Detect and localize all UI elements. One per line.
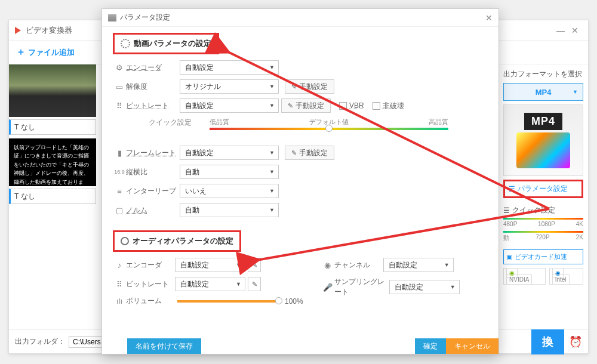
sampling-select[interactable]: 自動設定 bbox=[389, 280, 460, 294]
aspect-label: 縦横比 bbox=[126, 167, 180, 177]
bitrate-select[interactable]: 自動設定 bbox=[180, 98, 279, 113]
gpu-list: ◉ NVIDIA ◉ Intel bbox=[503, 268, 583, 285]
audio-encoder-edit[interactable]: ✎ bbox=[248, 258, 261, 272]
row-norm: ▢ ノルム 自動 bbox=[113, 203, 488, 217]
parameter-dialog: パラメータ設定 ✕ 動画パラメータの設定 ⚙ エンコーダ 自動設定 ▭ 解像度 … bbox=[101, 8, 499, 354]
quick-quality-slider-2[interactable] bbox=[503, 231, 583, 233]
quality-slider[interactable] bbox=[210, 128, 448, 130]
ok-button[interactable]: 確定 bbox=[415, 338, 446, 354]
output-folder-label: 出力フォルダ： bbox=[15, 337, 65, 347]
sliders-icon: ☰ bbox=[503, 206, 510, 215]
left-panel: Tなし 以前アップロードした「英雄の証」につきまして音源のご指摘をいただいたので… bbox=[9, 64, 96, 329]
vbr-checkbox[interactable] bbox=[339, 102, 347, 110]
quick-res-labels: 480P1080P4K bbox=[503, 221, 583, 227]
row-sampling: 🎤 サンプリングレート 自動設定 bbox=[321, 277, 488, 297]
framerate-select[interactable]: 自動設定 bbox=[180, 146, 279, 160]
app-logo-icon bbox=[15, 27, 21, 34]
alarm-icon[interactable]: ⏰ bbox=[569, 335, 582, 348]
output-format-label: 出力フォーマットを選択 bbox=[503, 69, 583, 79]
quick-quality-slider[interactable] bbox=[503, 218, 583, 220]
right-panel: 出力フォーマットを選択 MP4 MP4 ☰ パラメータ設定 ☰ クイック設定 4… bbox=[498, 64, 588, 289]
volume-slider[interactable] bbox=[177, 300, 279, 303]
convert-button[interactable]: 換 bbox=[531, 329, 564, 354]
format-dropdown[interactable]: MP4 bbox=[503, 83, 583, 101]
pencil-icon: ✎ bbox=[291, 83, 297, 91]
row-channel: ◉ チャンネル 自動設定 bbox=[321, 258, 488, 272]
interleave-select[interactable]: いいえ bbox=[180, 184, 279, 198]
save-as-button[interactable]: 名前を付けて保存 bbox=[127, 338, 201, 354]
row-resolution: ▭ 解像度 オリジナル ✎手動設定 bbox=[113, 79, 488, 94]
norm-select[interactable]: 自動 bbox=[180, 203, 279, 217]
audio-bitrate-edit[interactable]: ✎ bbox=[248, 277, 261, 291]
dialog-footer: 名前を付けて保存 確定 キャンセル bbox=[102, 338, 498, 354]
parameter-settings-button[interactable]: ☰ パラメータ設定 bbox=[503, 180, 583, 198]
pencil-icon: ✎ bbox=[288, 102, 293, 110]
bitrate-manual-button[interactable]: ✎手動設定 bbox=[281, 98, 331, 113]
video-section-header: 動画パラメータの設定 bbox=[113, 33, 219, 54]
video-description: 以前アップロードした「英雄の証」につきまして音源のご指摘をいただいたので「キと千… bbox=[9, 138, 96, 186]
add-file-button[interactable]: ファイル追加 bbox=[28, 47, 75, 58]
aspect-select[interactable]: 自動 bbox=[180, 165, 279, 179]
sampling-label: サンプリングレート bbox=[334, 277, 389, 297]
channel-label: チャンネル bbox=[334, 260, 383, 270]
channel-icon: ◉ bbox=[321, 261, 334, 270]
framerate-label: フレームレート bbox=[126, 148, 180, 158]
encoder-icon: ⚙ bbox=[113, 63, 126, 72]
row-encoder: ⚙ エンコーダ 自動設定 bbox=[113, 60, 488, 75]
audio-bitrate-label: ビットレート bbox=[126, 279, 175, 289]
dialog-title: パラメータ設定 bbox=[120, 13, 170, 23]
output-folder-path[interactable]: C:\Users bbox=[69, 336, 105, 348]
row-bitrate: ⠿ ビットレート 自動設定 ✎手動設定 VBR 非破壊 bbox=[113, 98, 488, 113]
dialog-titlebar: パラメータ設定 ✕ bbox=[102, 9, 498, 27]
volume-thumb[interactable] bbox=[275, 297, 282, 304]
interleave-icon: ≡ bbox=[113, 187, 126, 196]
quick-settings-label: ☰ クイック設定 bbox=[503, 205, 583, 215]
sampling-icon: 🎤 bbox=[321, 283, 334, 292]
audio-bitrate-select[interactable]: 自動設定 bbox=[175, 277, 245, 291]
format-preview-image bbox=[516, 132, 570, 168]
resolution-select[interactable]: オリジナル bbox=[180, 79, 279, 94]
close-button[interactable]: ✕ bbox=[568, 26, 582, 35]
audio-encoder-icon: ♪ bbox=[113, 261, 126, 270]
norm-label: ノルム bbox=[126, 205, 180, 215]
subtitle-none-1[interactable]: Tなし bbox=[9, 119, 96, 135]
quality-slider-thumb[interactable] bbox=[325, 125, 333, 132]
quality-slider-group: 低品質 デフォルト値 高品質 bbox=[210, 118, 448, 130]
gpu-intel: ◉ Intel bbox=[549, 268, 583, 285]
row-aspect: 16:9 縦横比 自動 bbox=[113, 165, 488, 179]
encoder-label: エンコーダ bbox=[126, 63, 180, 73]
audio-encoder-select[interactable]: 自動設定 bbox=[175, 258, 245, 272]
quality-high-label: 高品質 bbox=[429, 118, 448, 127]
lossless-checkbox[interactable] bbox=[373, 102, 380, 110]
minimize-button[interactable]: — bbox=[553, 26, 568, 35]
format-preview: MP4 bbox=[503, 104, 583, 176]
row-volume: ılı ボリューム 100% bbox=[113, 296, 303, 306]
encoder-select[interactable]: 自動設定 bbox=[180, 60, 279, 75]
quick-qual-labels: 動720P2K bbox=[503, 234, 583, 242]
audio-bitrate-icon: ⠿ bbox=[113, 280, 126, 289]
gpu-accel-button[interactable]: ▣ ビデオカード加速 bbox=[503, 249, 583, 264]
framerate-manual-button[interactable]: ✎手動設定 bbox=[285, 146, 334, 160]
cancel-button[interactable]: キャンセル bbox=[446, 338, 498, 354]
row-interleave: ≡ インターリーブ いいえ bbox=[113, 184, 488, 198]
video-thumbnail[interactable] bbox=[9, 64, 96, 117]
volume-value: 100% bbox=[285, 297, 303, 306]
interleave-label: インターリーブ bbox=[126, 186, 180, 196]
resolution-manual-button[interactable]: ✎手動設定 bbox=[285, 79, 334, 94]
lossless-label: 非破壊 bbox=[383, 101, 404, 111]
speaker-icon bbox=[121, 237, 129, 245]
sliders-icon: ☰ bbox=[509, 185, 515, 193]
gear-icon bbox=[121, 39, 130, 48]
plus-icon: ＋ bbox=[16, 46, 26, 58]
dialog-close-button[interactable]: ✕ bbox=[485, 13, 493, 23]
mp4-badge: MP4 bbox=[524, 113, 562, 130]
channel-select[interactable]: 自動設定 bbox=[383, 258, 454, 272]
norm-icon: ▢ bbox=[113, 206, 126, 215]
aspect-icon: 16:9 bbox=[113, 169, 126, 175]
resolution-icon: ▭ bbox=[113, 82, 126, 91]
framerate-icon: ▮ bbox=[113, 149, 126, 158]
row-audio-bitrate: ⠿ ビットレート 自動設定 ✎ bbox=[113, 277, 303, 291]
gpu-nvidia: ◉ NVIDIA bbox=[503, 268, 546, 285]
audio-encoder-label: エンコーダ bbox=[126, 260, 175, 270]
vbr-label: VBR bbox=[349, 101, 364, 110]
